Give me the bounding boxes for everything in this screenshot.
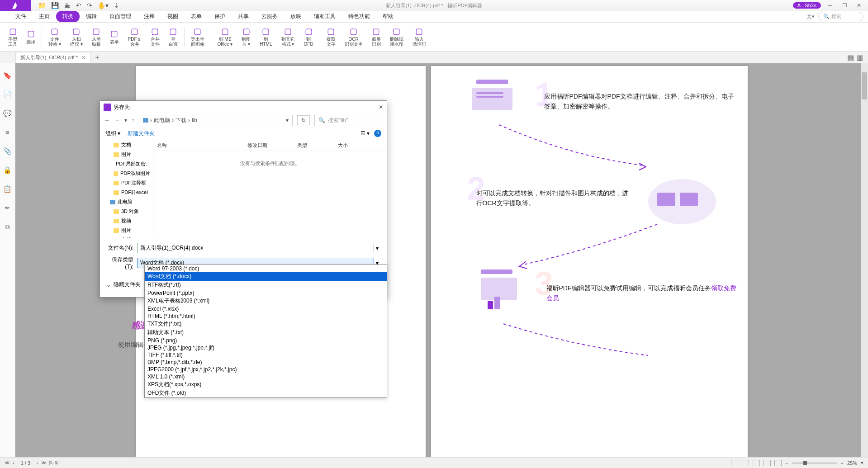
first-page-icon[interactable]: ≪	[5, 460, 10, 466]
ribbon-button[interactable]: ▢从剪 贴板	[87, 24, 105, 50]
view-facing-icon[interactable]	[753, 460, 760, 466]
menu-item[interactable]: 注释	[138, 11, 161, 22]
zoom-out-icon[interactable]: −	[785, 460, 788, 466]
dropdown-item[interactable]: PNG (*.png)	[145, 337, 387, 344]
view-continuous-icon[interactable]	[742, 460, 749, 466]
zoom-level[interactable]: 25%	[847, 460, 857, 466]
dropdown-item[interactable]: Excel (*.xlsx)	[145, 305, 387, 312]
document-tab[interactable]: 新人引导(1)_OCR(4).pdf * ✕	[15, 52, 90, 63]
nav-up-icon[interactable]: ↑	[132, 117, 134, 123]
tree-item[interactable]: 文档	[100, 140, 153, 150]
nav-forward-icon[interactable]: →	[114, 117, 120, 123]
tree-item[interactable]: 文档	[100, 235, 153, 238]
folder-tree[interactable]: 文档图片PDF局部加密、PDF添加图片PDF注释框PDF转excel此电脑3D …	[100, 140, 153, 238]
ribbon-button[interactable]: ▢到 MS Office ▾	[213, 24, 237, 50]
vertical-scrollbar[interactable]	[861, 63, 868, 457]
tree-item[interactable]: 视频	[100, 216, 153, 226]
tree-item[interactable]: PDF局部加密、	[100, 159, 153, 169]
save-icon[interactable]: 💾	[51, 2, 59, 9]
ribbon-button[interactable]: ▢文件 转换 ▾	[44, 24, 66, 50]
nav-dropdown-icon[interactable]: ▾	[124, 117, 127, 123]
refresh-button[interactable]: ↻	[297, 115, 310, 125]
layers-icon[interactable]: ≡	[5, 128, 9, 136]
file-search-box[interactable]: 🔍 搜索"lib"	[314, 115, 382, 126]
open-icon[interactable]: 📁	[38, 2, 46, 9]
filetype-dropdown[interactable]: Word 97-2003 (*.doc)Word文档 (*.docx)RTF格式…	[144, 265, 387, 398]
col-date[interactable]: 修改日期	[244, 142, 294, 149]
tree-item[interactable]: PDF注释框	[100, 178, 153, 188]
menu-item[interactable]: 页面管理	[103, 11, 138, 22]
menu-item[interactable]: 视图	[161, 11, 185, 22]
dialog-close-icon[interactable]: ✕	[379, 104, 383, 110]
address-bar[interactable]: ›此电脑 ›下载 ›lib ▾	[139, 115, 293, 126]
menu-item[interactable]: 云服务	[255, 11, 284, 22]
bookmark-icon[interactable]: 🔖	[3, 71, 12, 80]
compare-icon[interactable]: ⧉	[5, 223, 10, 231]
organize-button[interactable]: 组织 ▾	[105, 130, 120, 137]
ribbon-button[interactable]: ▢手型 工具	[4, 24, 22, 50]
tree-item[interactable]: 图片	[100, 226, 153, 235]
ribbon-button[interactable]: ▢到 OFD	[299, 24, 318, 50]
view-reflow-icon[interactable]	[774, 460, 782, 466]
dropdown-item[interactable]: XPS文档(*.xps,*.oxps)	[145, 380, 387, 389]
view-mode-icon[interactable]: ☰ ▾	[360, 130, 370, 137]
dropdown-item[interactable]: PowerPoint (*.pptx)	[145, 289, 387, 297]
view-cont-facing-icon[interactable]	[764, 460, 771, 466]
user-badge[interactable]: A - Sh3n	[793, 2, 821, 9]
dropdown-item[interactable]: OFD文件 (*.ofd)	[145, 389, 387, 397]
dropdown-item[interactable]: TXT文件(*.txt)	[145, 320, 387, 328]
menu-item[interactable]: 帮助	[376, 11, 400, 22]
menu-dropdown-icon[interactable]: 文▾	[807, 13, 815, 20]
zoom-dropdown-icon[interactable]: ▾	[861, 460, 863, 466]
redo-icon[interactable]: ↷	[87, 2, 92, 9]
dropdown-item[interactable]: XML电子表格2003 (*.xml)	[145, 297, 387, 305]
dropdown-item[interactable]: 辅助文本 (*.txt)	[145, 328, 387, 337]
ribbon-button[interactable]: ▢空 白页	[164, 24, 182, 50]
ribbon-button[interactable]: ▢输入 激活码	[408, 24, 431, 50]
dropdown-item[interactable]: RTF格式(*.rtf)	[145, 281, 387, 289]
ribbon-button[interactable]: ▢OCR 识别文本	[340, 24, 367, 50]
scrollbar-thumb[interactable]	[862, 72, 867, 99]
print-icon[interactable]: 🖶	[64, 2, 71, 9]
comment-icon[interactable]: 💬	[3, 109, 12, 118]
col-name[interactable]: 名称	[153, 142, 244, 149]
nav-icon-1[interactable]: ⎘	[49, 460, 52, 466]
view-single-icon[interactable]	[731, 460, 738, 466]
dropdown-item[interactable]: TIFF (*.tiff,*.tif)	[145, 351, 387, 359]
ribbon-button[interactable]: ▢导出全 部图像	[186, 24, 209, 50]
tree-item[interactable]: 图片	[100, 150, 153, 159]
menu-item[interactable]: 主页	[33, 11, 56, 22]
note-icon[interactable]: 📋	[3, 185, 12, 193]
zoom-in-icon[interactable]: +	[841, 460, 844, 466]
ribbon-button[interactable]: ▢表单	[105, 24, 123, 50]
menu-item[interactable]: 转换	[56, 11, 80, 22]
tree-item[interactable]: PDF添加图片	[100, 169, 153, 178]
ribbon-button[interactable]: ▢截屏 识别	[367, 24, 385, 50]
zoom-slider[interactable]	[792, 463, 837, 463]
thumbnail-view-icon[interactable]: ▥	[857, 53, 863, 62]
maximize-button[interactable]: ☐	[839, 1, 850, 10]
tree-item[interactable]: 3D 对象	[100, 207, 153, 216]
nav-icon-2[interactable]: ⎗	[55, 460, 58, 466]
dropdown-item[interactable]: JPEG (*.jpg,*.jpeg,*.jpe,*.jif)	[145, 344, 387, 351]
undo-icon[interactable]: ↶	[76, 2, 81, 9]
menu-item[interactable]: 保护	[208, 11, 232, 22]
qat-more-icon[interactable]: ⇣	[114, 2, 119, 9]
next-page-icon[interactable]: ›	[37, 460, 38, 466]
ribbon-button[interactable]: ▢PDF文 合并	[123, 24, 146, 50]
menu-item[interactable]: 表单	[185, 11, 208, 22]
dropdown-item[interactable]: Word 97-2003 (*.doc)	[145, 265, 387, 272]
hide-folders-link[interactable]: 隐藏文件夹	[114, 281, 141, 288]
grid-view-icon[interactable]: ▦	[847, 53, 854, 62]
nav-back-icon[interactable]: ←	[104, 117, 110, 123]
lock-icon[interactable]: 🔒	[3, 166, 12, 174]
ribbon-button[interactable]: ▢到图 片 ▾	[237, 24, 255, 50]
tree-item[interactable]: PDF转excel	[100, 188, 153, 197]
tab-close-icon[interactable]: ✕	[81, 55, 85, 61]
new-folder-button[interactable]: 新建文件夹	[128, 130, 155, 137]
ribbon-button[interactable]: ▢提取 文字	[322, 24, 340, 50]
file-list[interactable]: 名称 修改日期 类型 大小 没有与搜索条件匹配的项。	[153, 140, 387, 238]
tree-item[interactable]: 此电脑	[100, 197, 153, 207]
menu-item[interactable]: 共享	[232, 11, 255, 22]
ribbon-button[interactable]: ▢选择	[22, 24, 40, 50]
